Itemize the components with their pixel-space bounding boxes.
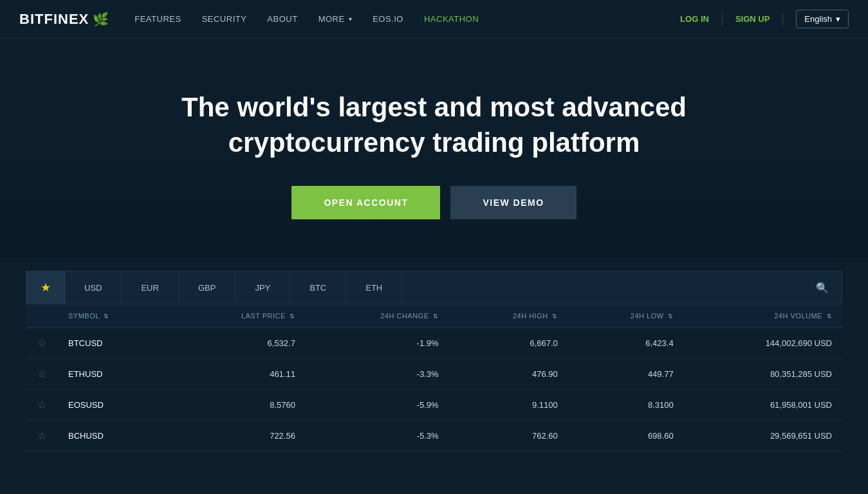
market-table-body: ☆ BTCUSD 6,532.7 -1.9% 6,667.0 6,423.4 1… xyxy=(26,328,842,452)
table-row: ☆ BCHUSD 722.56 -5.3% 762.60 698.60 29,5… xyxy=(26,421,842,452)
row-volume-24h: 29,569,651 USD xyxy=(684,421,842,452)
tab-btc[interactable]: BTC xyxy=(290,271,346,304)
row-symbol[interactable]: ETHUSD xyxy=(58,359,170,390)
hero-section: The world's largest and most advanced cr… xyxy=(0,39,868,258)
table-row: ☆ EOSUSD 8.5760 -5.9% 9.1100 8.3100 61,9… xyxy=(26,390,842,421)
row-volume-24h: 61,958,001 USD xyxy=(684,390,842,421)
row-last-price: 722.56 xyxy=(170,421,306,452)
row-symbol[interactable]: BTCUSD xyxy=(58,328,170,359)
market-section: ★ USD EUR GBP JPY BTC ETH 🔍 SYMBOL ⇅ xyxy=(0,258,868,464)
low-sort-icon: ⇅ xyxy=(668,313,674,320)
hero-buttons: OPEN ACCOUNT VIEW DEMO xyxy=(291,186,576,219)
view-demo-button[interactable]: VIEW DEMO xyxy=(450,186,576,219)
favorite-star-icon[interactable]: ☆ xyxy=(37,430,46,441)
row-high-24h: 6,667.0 xyxy=(449,328,568,359)
nav-more[interactable]: MORE ▾ xyxy=(319,14,353,24)
row-change-24h: -3.3% xyxy=(306,359,449,390)
col-last-price[interactable]: LAST PRICE ⇅ xyxy=(170,304,306,328)
row-change-24h: -5.9% xyxy=(306,390,449,421)
row-volume-24h: 144,002,690 USD xyxy=(684,328,842,359)
language-label: English xyxy=(804,14,832,24)
logo-icon: 🌿 xyxy=(93,12,109,27)
row-last-price: 8.5760 xyxy=(170,390,306,421)
more-chevron-icon: ▾ xyxy=(349,15,353,23)
nav-features[interactable]: FEATURES xyxy=(134,14,181,24)
tab-usd[interactable]: USD xyxy=(65,271,122,304)
nav-divider xyxy=(722,13,723,26)
market-table: SYMBOL ⇅ LAST PRICE ⇅ 24H CHANGE ⇅ 24H H… xyxy=(26,304,842,452)
row-low-24h: 449.77 xyxy=(568,359,684,390)
nav-divider-2 xyxy=(782,13,783,26)
nav-security[interactable]: SECURITY xyxy=(202,14,247,24)
price-sort-icon: ⇅ xyxy=(290,313,295,320)
table-header-row: SYMBOL ⇅ LAST PRICE ⇅ 24H CHANGE ⇅ 24H H… xyxy=(26,304,842,328)
tab-eur[interactable]: EUR xyxy=(122,271,178,304)
tab-jpy[interactable]: JPY xyxy=(235,271,290,304)
login-button[interactable]: LOG IN xyxy=(680,14,709,24)
row-last-price: 6,532.7 xyxy=(170,328,306,359)
row-low-24h: 8.3100 xyxy=(568,390,684,421)
hero-title: The world's largest and most advanced cr… xyxy=(177,90,692,160)
nav-eos[interactable]: EOS.IO xyxy=(373,14,403,24)
row-symbol[interactable]: BCHUSD xyxy=(58,421,170,452)
row-last-price: 461.11 xyxy=(170,359,306,390)
favorite-star-icon[interactable]: ☆ xyxy=(37,399,46,410)
nav-hackathon[interactable]: HACKATHON xyxy=(424,14,479,24)
nav-about[interactable]: ABOUT xyxy=(267,14,297,24)
tab-favorites[interactable]: ★ xyxy=(26,271,65,304)
currency-tabs: ★ USD EUR GBP JPY BTC ETH 🔍 xyxy=(26,271,842,304)
logo-text: BITFINEX xyxy=(19,11,89,28)
row-high-24h: 762.60 xyxy=(449,421,568,452)
signup-button[interactable]: SIGN UP xyxy=(735,14,770,24)
nav-links: FEATURES SECURITY ABOUT MORE ▾ EOS.IO HA… xyxy=(134,14,680,24)
row-symbol[interactable]: EOSUSD xyxy=(58,390,170,421)
col-favorite xyxy=(26,304,58,328)
row-favorite[interactable]: ☆ xyxy=(26,421,58,452)
navbar: BITFINEX 🌿 FEATURES SECURITY ABOUT MORE … xyxy=(0,0,868,39)
open-account-button[interactable]: OPEN ACCOUNT xyxy=(291,186,440,219)
favorite-star-icon[interactable]: ☆ xyxy=(37,369,46,380)
col-24h-volume[interactable]: 24H VOLUME ⇅ xyxy=(684,304,842,328)
nav-right: LOG IN SIGN UP English ▾ xyxy=(680,10,849,28)
row-high-24h: 9.1100 xyxy=(449,390,568,421)
table-row: ☆ BTCUSD 6,532.7 -1.9% 6,667.0 6,423.4 1… xyxy=(26,328,842,359)
row-favorite[interactable]: ☆ xyxy=(26,390,58,421)
change-sort-icon: ⇅ xyxy=(433,313,439,320)
row-volume-24h: 80,351,285 USD xyxy=(684,359,842,390)
row-change-24h: -5.3% xyxy=(306,421,449,452)
search-icon[interactable]: 🔍 xyxy=(803,271,842,304)
row-low-24h: 698.60 xyxy=(568,421,684,452)
col-symbol[interactable]: SYMBOL ⇅ xyxy=(58,304,170,328)
col-24h-high[interactable]: 24H HIGH ⇅ xyxy=(449,304,568,328)
col-24h-low[interactable]: 24H LOW ⇅ xyxy=(568,304,684,328)
row-low-24h: 6,423.4 xyxy=(568,328,684,359)
tab-eth[interactable]: ETH xyxy=(346,271,402,304)
row-high-24h: 476.90 xyxy=(449,359,568,390)
volume-sort-icon: ⇅ xyxy=(827,313,833,320)
row-favorite[interactable]: ☆ xyxy=(26,359,58,390)
col-24h-change[interactable]: 24H CHANGE ⇅ xyxy=(306,304,449,328)
tab-gbp[interactable]: GBP xyxy=(179,271,235,304)
row-change-24h: -1.9% xyxy=(306,328,449,359)
logo[interactable]: BITFINEX 🌿 xyxy=(19,11,109,28)
table-row: ☆ ETHUSD 461.11 -3.3% 476.90 449.77 80,3… xyxy=(26,359,842,390)
row-favorite[interactable]: ☆ xyxy=(26,328,58,359)
symbol-sort-icon: ⇅ xyxy=(104,313,109,320)
high-sort-icon: ⇅ xyxy=(552,313,558,320)
language-selector[interactable]: English ▾ xyxy=(796,10,849,28)
language-chevron-icon: ▾ xyxy=(836,14,840,24)
favorite-star-icon[interactable]: ☆ xyxy=(37,338,46,349)
